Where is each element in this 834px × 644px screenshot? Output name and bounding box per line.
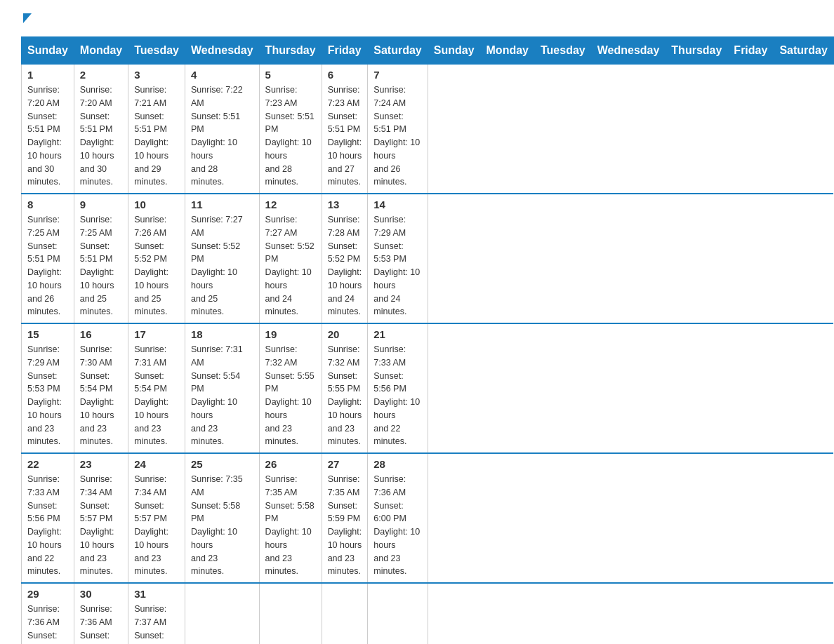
calendar-header-row: SundayMondayTuesdayWednesdayThursdayFrid… <box>22 37 834 65</box>
day-info: Sunrise: 7:32 AMSunset: 5:55 PMDaylight:… <box>265 343 316 448</box>
col-header-thursday: Thursday <box>666 37 728 65</box>
day-info: Sunrise: 7:33 AMSunset: 5:56 PMDaylight:… <box>27 473 68 578</box>
calendar-day-cell: 25 Sunrise: 7:35 AMSunset: 5:58 PMDaylig… <box>185 453 259 583</box>
day-info: Sunrise: 7:28 AMSunset: 5:52 PMDaylight:… <box>328 213 362 318</box>
calendar-day-cell: 28 Sunrise: 7:36 AMSunset: 6:00 PMDaylig… <box>368 453 428 583</box>
day-number: 29 <box>27 588 68 600</box>
header-sunday: Sunday <box>22 37 74 65</box>
calendar-day-cell: 7 Sunrise: 7:24 AMSunset: 5:51 PMDayligh… <box>368 65 428 194</box>
day-info: Sunrise: 7:31 AMSunset: 5:54 PMDaylight:… <box>191 343 253 448</box>
calendar-day-cell: 27 Sunrise: 7:35 AMSunset: 5:59 PMDaylig… <box>322 453 368 583</box>
page-header <box>21 14 813 24</box>
calendar-day-cell <box>368 583 428 644</box>
calendar-day-cell: 21 Sunrise: 7:33 AMSunset: 5:56 PMDaylig… <box>368 323 428 453</box>
day-info: Sunrise: 7:33 AMSunset: 5:56 PMDaylight:… <box>373 343 421 448</box>
day-info: Sunrise: 7:25 AMSunset: 5:51 PMDaylight:… <box>80 213 122 318</box>
day-info: Sunrise: 7:32 AMSunset: 5:55 PMDaylight:… <box>328 343 362 448</box>
col-header-wednesday: Wednesday <box>591 37 666 65</box>
day-info: Sunrise: 7:36 AMSunset: 6:01 PMDaylight:… <box>80 603 122 644</box>
day-info: Sunrise: 7:37 AMSunset: 6:01 PMDaylight:… <box>134 603 179 644</box>
day-info: Sunrise: 7:35 AMSunset: 5:58 PMDaylight:… <box>191 473 253 578</box>
calendar-day-cell: 29 Sunrise: 7:36 AMSunset: 6:00 PMDaylig… <box>22 583 74 644</box>
day-info: Sunrise: 7:23 AMSunset: 5:51 PMDaylight:… <box>265 83 316 189</box>
header-saturday: Saturday <box>368 37 428 65</box>
day-info: Sunrise: 7:35 AMSunset: 5:59 PMDaylight:… <box>328 473 362 578</box>
day-number: 2 <box>80 69 122 81</box>
calendar-day-cell: 31 Sunrise: 7:37 AMSunset: 6:01 PMDaylig… <box>128 583 185 644</box>
header-thursday: Thursday <box>259 37 322 65</box>
day-number: 23 <box>80 458 122 470</box>
day-info: Sunrise: 7:36 AMSunset: 6:00 PMDaylight:… <box>373 473 421 578</box>
header-friday: Friday <box>322 37 368 65</box>
calendar-day-cell: 23 Sunrise: 7:34 AMSunset: 5:57 PMDaylig… <box>74 453 128 583</box>
col-header-sunday: Sunday <box>428 37 480 65</box>
day-info: Sunrise: 7:22 AMSunset: 5:51 PMDaylight:… <box>191 83 253 189</box>
calendar-day-cell: 13 Sunrise: 7:28 AMSunset: 5:52 PMDaylig… <box>322 194 368 323</box>
calendar-day-cell: 6 Sunrise: 7:23 AMSunset: 5:51 PMDayligh… <box>322 65 368 194</box>
calendar-day-cell: 12 Sunrise: 7:27 AMSunset: 5:52 PMDaylig… <box>259 194 322 323</box>
day-info: Sunrise: 7:29 AMSunset: 5:53 PMDaylight:… <box>373 213 421 318</box>
day-number: 22 <box>27 458 68 470</box>
day-info: Sunrise: 7:21 AMSunset: 5:51 PMDaylight:… <box>134 83 179 189</box>
col-header-saturday: Saturday <box>774 37 833 65</box>
day-number: 12 <box>265 199 316 210</box>
calendar-day-cell: 14 Sunrise: 7:29 AMSunset: 5:53 PMDaylig… <box>368 194 428 323</box>
calendar-day-cell: 19 Sunrise: 7:32 AMSunset: 5:55 PMDaylig… <box>259 323 322 453</box>
day-info: Sunrise: 7:29 AMSunset: 5:53 PMDaylight:… <box>27 343 68 448</box>
calendar-week-row: 1 Sunrise: 7:20 AMSunset: 5:51 PMDayligh… <box>22 65 834 194</box>
calendar-day-cell: 16 Sunrise: 7:30 AMSunset: 5:54 PMDaylig… <box>74 323 128 453</box>
day-number: 26 <box>265 458 316 470</box>
calendar-week-row: 8 Sunrise: 7:25 AMSunset: 5:51 PMDayligh… <box>22 194 834 323</box>
col-header-tuesday: Tuesday <box>534 37 591 65</box>
calendar-day-cell: 5 Sunrise: 7:23 AMSunset: 5:51 PMDayligh… <box>259 65 322 194</box>
col-header-friday: Friday <box>728 37 774 65</box>
logo <box>21 14 32 24</box>
calendar-day-cell: 20 Sunrise: 7:32 AMSunset: 5:55 PMDaylig… <box>322 323 368 453</box>
day-number: 6 <box>328 69 362 81</box>
day-number: 30 <box>80 588 122 600</box>
day-info: Sunrise: 7:34 AMSunset: 5:57 PMDaylight:… <box>134 473 179 578</box>
day-info: Sunrise: 7:34 AMSunset: 5:57 PMDaylight:… <box>80 473 122 578</box>
calendar-day-cell: 15 Sunrise: 7:29 AMSunset: 5:53 PMDaylig… <box>22 323 74 453</box>
calendar-day-cell: 22 Sunrise: 7:33 AMSunset: 5:56 PMDaylig… <box>22 453 74 583</box>
day-number: 16 <box>80 328 122 340</box>
day-info: Sunrise: 7:23 AMSunset: 5:51 PMDaylight:… <box>328 83 362 189</box>
day-number: 7 <box>373 69 421 81</box>
calendar-day-cell: 2 Sunrise: 7:20 AMSunset: 5:51 PMDayligh… <box>74 65 128 194</box>
calendar-week-row: 22 Sunrise: 7:33 AMSunset: 5:56 PMDaylig… <box>22 453 834 583</box>
calendar-day-cell: 24 Sunrise: 7:34 AMSunset: 5:57 PMDaylig… <box>128 453 185 583</box>
calendar-day-cell: 1 Sunrise: 7:20 AMSunset: 5:51 PMDayligh… <box>22 65 74 194</box>
day-number: 31 <box>134 588 179 600</box>
day-info: Sunrise: 7:26 AMSunset: 5:52 PMDaylight:… <box>134 213 179 318</box>
calendar-table: SundayMondayTuesdayWednesdayThursdayFrid… <box>21 36 834 644</box>
day-info: Sunrise: 7:24 AMSunset: 5:51 PMDaylight:… <box>373 83 421 189</box>
day-info: Sunrise: 7:31 AMSunset: 5:54 PMDaylight:… <box>134 343 179 448</box>
day-number: 27 <box>328 458 362 470</box>
header-tuesday: Tuesday <box>128 37 185 65</box>
day-number: 25 <box>191 458 253 470</box>
calendar-week-row: 15 Sunrise: 7:29 AMSunset: 5:53 PMDaylig… <box>22 323 834 453</box>
calendar-day-cell <box>322 583 368 644</box>
day-info: Sunrise: 7:25 AMSunset: 5:51 PMDaylight:… <box>27 213 68 318</box>
day-number: 13 <box>328 199 362 210</box>
calendar-day-cell: 26 Sunrise: 7:35 AMSunset: 5:58 PMDaylig… <box>259 453 322 583</box>
calendar-day-cell: 10 Sunrise: 7:26 AMSunset: 5:52 PMDaylig… <box>128 194 185 323</box>
day-number: 3 <box>134 69 179 81</box>
day-number: 4 <box>191 69 253 81</box>
day-number: 19 <box>265 328 316 340</box>
calendar-day-cell: 4 Sunrise: 7:22 AMSunset: 5:51 PMDayligh… <box>185 65 259 194</box>
day-info: Sunrise: 7:27 AMSunset: 5:52 PMDaylight:… <box>191 213 253 318</box>
day-number: 18 <box>191 328 253 340</box>
calendar-day-cell: 11 Sunrise: 7:27 AMSunset: 5:52 PMDaylig… <box>185 194 259 323</box>
calendar-day-cell <box>185 583 259 644</box>
day-number: 14 <box>373 199 421 210</box>
calendar-day-cell: 30 Sunrise: 7:36 AMSunset: 6:01 PMDaylig… <box>74 583 128 644</box>
day-info: Sunrise: 7:35 AMSunset: 5:58 PMDaylight:… <box>265 473 316 578</box>
day-info: Sunrise: 7:27 AMSunset: 5:52 PMDaylight:… <box>265 213 316 318</box>
calendar-day-cell: 3 Sunrise: 7:21 AMSunset: 5:51 PMDayligh… <box>128 65 185 194</box>
day-number: 28 <box>373 458 421 470</box>
day-number: 15 <box>27 328 68 340</box>
day-info: Sunrise: 7:20 AMSunset: 5:51 PMDaylight:… <box>80 83 122 189</box>
calendar-day-cell: 18 Sunrise: 7:31 AMSunset: 5:54 PMDaylig… <box>185 323 259 453</box>
day-info: Sunrise: 7:36 AMSunset: 6:00 PMDaylight:… <box>27 603 68 644</box>
